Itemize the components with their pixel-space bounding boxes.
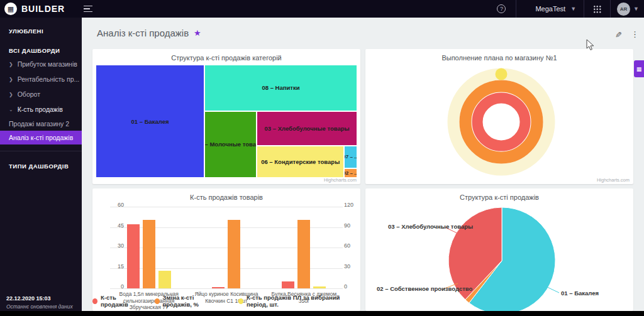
treemap-block[interactable]: 08 – Напитки: [204, 65, 357, 111]
legend-marker: [238, 298, 243, 304]
treemap-block-label: 03 – Хлебобулочные товары: [265, 125, 350, 132]
bar-group: [110, 207, 187, 288]
favorites-header: УЛЮБЛЕНІ: [0, 18, 82, 37]
bar-group: [265, 207, 343, 288]
treemap-block[interactable]: 04 – Молочные товары: [204, 111, 257, 178]
bar[interactable]: [282, 281, 294, 288]
dashboard-widget-fab[interactable]: ▦: [634, 60, 644, 77]
bottom-bar: [0, 311, 644, 316]
pie-label-01: 01 – Бакалея: [561, 290, 599, 297]
sidebar-item-rentabelnist[interactable]: ❯ Рентабельність пр...: [0, 72, 82, 87]
y-axis-left: 60 45 30 15 0: [94, 204, 109, 286]
sidebar-collapse-icon[interactable]: [84, 6, 92, 13]
treemap-block-label: 06 – Кондитерские товары: [261, 158, 340, 165]
chevron-right-icon: ❯: [9, 77, 13, 82]
brand-title: BUILDER: [21, 4, 65, 14]
treemap-block-label: 02 – ...: [344, 170, 357, 176]
builder-logo-icon: ▦: [4, 3, 17, 15]
treemap-block[interactable]: 07 – ...: [344, 146, 357, 168]
treemap-block[interactable]: 01 – Бакалея: [96, 65, 204, 178]
legend-marker: [155, 298, 160, 304]
legend-marker: [92, 298, 97, 304]
dashboard-types-header: ТИПИ ДАШБОРДІВ: [0, 153, 82, 172]
help-icon[interactable]: ?: [497, 4, 506, 13]
bar-chart-legend: К-сть продажів Зміна к-сті продажів, % К…: [92, 294, 360, 308]
pie-connector: [546, 286, 559, 293]
edit-pencil-icon[interactable]: ✎: [615, 30, 622, 40]
avatar[interactable]: AR: [617, 3, 630, 16]
top-bar: ▦ BUILDER ? MegaTest ▼ AR ▼: [0, 0, 644, 18]
y-axis-right: 120 90 60 30 0: [344, 204, 359, 286]
bar[interactable]: [158, 271, 171, 288]
bar[interactable]: [313, 286, 326, 288]
bar[interactable]: [143, 220, 155, 288]
sidebar-item-pributok[interactable]: ❯ Прибуток магазинів: [0, 57, 82, 72]
last-update-timestamp: 22.12.2020 15:03: [6, 295, 73, 302]
sidebar: УЛЮБЛЕНІ ВСІ ДАШБОРДИ ❯ Прибуток магазин…: [0, 18, 82, 316]
legend-item[interactable]: К-сть продажів: [92, 294, 141, 308]
topbar-separator: [584, 0, 584, 18]
treemap-plot: 01 – Бакалея08 – Напитки04 – Молочные то…: [96, 65, 357, 178]
gauge-ring-outer-progress[interactable]: [496, 68, 508, 80]
treemap-block[interactable]: 03 – Хлебобулочные товары: [257, 111, 357, 146]
favorite-star-icon[interactable]: ★: [194, 28, 201, 38]
bar[interactable]: [212, 287, 225, 288]
treemap-card: Структура к-сті продажів категорій 01 – …: [92, 49, 360, 184]
sidebar-subitem-analiz-ksti-prodazhiv[interactable]: Аналіз к-сті продажів: [0, 131, 82, 144]
bar-chart-plot: [110, 207, 343, 288]
last-update-caption: Останнє оновлення даних: [6, 303, 73, 310]
bar-group: [187, 207, 265, 288]
bar[interactable]: [127, 224, 140, 288]
sidebar-footer: 22.12.2020 15:03 Останнє оновлення даних: [0, 295, 79, 310]
treemap-block[interactable]: 06 – Кондитерские товары: [257, 146, 344, 178]
chevron-right-icon: ❯: [9, 62, 13, 67]
legend-item[interactable]: Зміна к-сті продажів, %: [155, 294, 225, 308]
sidebar-item-kst-prodazhiv[interactable]: ⌄ К-сть продажів: [0, 102, 82, 117]
chevron-down-icon[interactable]: ▼: [633, 6, 639, 12]
page-title: Аналіз к-сті продажів: [97, 28, 189, 38]
treemap-block-label: 04 – Молочные товары: [204, 141, 257, 148]
pie-chart-card: Структура к-сті продажів 03 – Хлебобулоч…: [365, 188, 633, 311]
pie-label-02: 02 – Собственное производство: [377, 285, 472, 292]
topbar-separator: [610, 0, 611, 18]
gauge-ring-inner[interactable]: [477, 98, 525, 146]
gauge-card: Выполнение плана по магазину №1 Highchar…: [365, 49, 633, 184]
bar[interactable]: [228, 220, 240, 288]
highcharts-credit[interactable]: Highcharts.com: [324, 177, 357, 183]
treemap-block-label: 08 – Напитки: [262, 84, 299, 91]
treemap-title: Структура к-сті продажів категорій: [92, 49, 360, 62]
kebab-menu-icon[interactable]: ⋮: [631, 30, 639, 39]
sidebar-item-oborot[interactable]: ❯ Оборот: [0, 87, 82, 102]
workspace-selector[interactable]: MegaTest: [516, 5, 570, 13]
treemap-block-label: 01 – Бакалея: [131, 118, 169, 125]
main-content: Аналіз к-сті продажів ★ ✎ ⋮ Структура к-…: [82, 18, 644, 316]
bar-chart-title: К-сть продажів товарів: [92, 188, 360, 201]
treemap-block-label: 07 – ...: [344, 154, 357, 160]
all-dashboards-header: ВСІ ДАШБОРДИ: [0, 37, 82, 57]
gauge-plot: [365, 49, 633, 184]
chevron-right-icon: ❯: [9, 92, 13, 97]
treemap-block[interactable]: 02 – ...: [344, 168, 357, 178]
chevron-down-icon: ⌄: [9, 107, 13, 112]
sidebar-divider: [0, 151, 82, 151]
legend-item[interactable]: К-сть продажів ПЛ за вибраний період, шт…: [238, 294, 360, 308]
bar[interactable]: [297, 220, 310, 288]
chevron-down-icon[interactable]: ▼: [570, 6, 576, 12]
bar-chart-card: К-сть продажів товарів 60 45 30 15 0 120…: [92, 188, 360, 311]
highcharts-credit[interactable]: Highcharts.com: [597, 177, 630, 183]
sidebar-subitem-prodazhi-magazinu-2[interactable]: Продажі магазину 2: [0, 117, 82, 131]
apps-grid-icon[interactable]: [593, 5, 601, 13]
pie-label-03: 03 – Хлебобулочные товары: [388, 223, 473, 230]
